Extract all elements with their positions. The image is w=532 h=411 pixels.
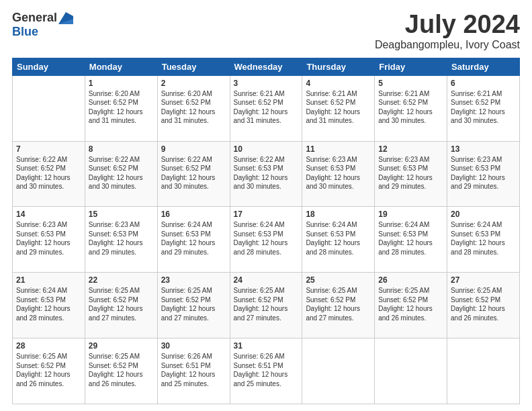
- calendar-cell: 31Sunrise: 6:26 AM Sunset: 6:51 PM Dayli…: [230, 338, 302, 404]
- day-number: 11: [306, 144, 371, 154]
- calendar-cell: 7Sunrise: 6:22 AM Sunset: 6:52 PM Daylig…: [13, 141, 85, 207]
- calendar-cell: 6Sunrise: 6:21 AM Sunset: 6:52 PM Daylig…: [447, 75, 520, 141]
- day-info: Sunrise: 6:25 AM Sunset: 6:52 PM Dayligh…: [89, 286, 154, 322]
- day-number: 29: [89, 341, 154, 351]
- day-number: 27: [451, 275, 516, 285]
- day-info: Sunrise: 6:25 AM Sunset: 6:52 PM Dayligh…: [89, 352, 154, 388]
- calendar-body: 1Sunrise: 6:20 AM Sunset: 6:52 PM Daylig…: [13, 75, 520, 404]
- calendar-cell: 15Sunrise: 6:23 AM Sunset: 6:53 PM Dayli…: [85, 207, 157, 273]
- day-number: 15: [89, 210, 154, 219]
- day-info: Sunrise: 6:24 AM Sunset: 6:53 PM Dayligh…: [306, 220, 371, 257]
- calendar-cell: 16Sunrise: 6:24 AM Sunset: 6:53 PM Dayli…: [157, 207, 230, 273]
- day-number: 13: [451, 144, 516, 154]
- day-info: Sunrise: 6:21 AM Sunset: 6:52 PM Dayligh…: [378, 89, 443, 126]
- logo: General Blue: [12, 11, 73, 39]
- logo-general: General: [12, 11, 57, 25]
- calendar-cell: 22Sunrise: 6:25 AM Sunset: 6:52 PM Dayli…: [85, 273, 157, 338]
- calendar-cell: 28Sunrise: 6:25 AM Sunset: 6:52 PM Dayli…: [13, 338, 85, 404]
- day-number: 14: [16, 210, 81, 219]
- calendar-cell: 8Sunrise: 6:22 AM Sunset: 6:52 PM Daylig…: [85, 141, 157, 207]
- calendar-cell: 21Sunrise: 6:24 AM Sunset: 6:53 PM Dayli…: [13, 273, 85, 338]
- day-number: 3: [234, 79, 299, 88]
- day-info: Sunrise: 6:24 AM Sunset: 6:53 PM Dayligh…: [161, 220, 226, 257]
- day-info: Sunrise: 6:26 AM Sunset: 6:51 PM Dayligh…: [234, 352, 299, 388]
- calendar-cell: 12Sunrise: 6:23 AM Sunset: 6:53 PM Dayli…: [375, 141, 447, 207]
- day-number: 8: [89, 144, 154, 154]
- day-number: 22: [89, 275, 154, 285]
- day-info: Sunrise: 6:22 AM Sunset: 6:52 PM Dayligh…: [16, 155, 81, 191]
- calendar-cell: [375, 338, 447, 404]
- calendar-cell: [13, 75, 85, 141]
- calendar-table: SundayMondayTuesdayWednesdayThursdayFrid…: [12, 58, 520, 404]
- calendar-cell: 5Sunrise: 6:21 AM Sunset: 6:52 PM Daylig…: [375, 75, 447, 141]
- day-info: Sunrise: 6:23 AM Sunset: 6:53 PM Dayligh…: [451, 155, 516, 191]
- main-title: July 2024: [375, 11, 520, 39]
- calendar-cell: 18Sunrise: 6:24 AM Sunset: 6:53 PM Dayli…: [302, 207, 375, 273]
- calendar-cell: 9Sunrise: 6:22 AM Sunset: 6:52 PM Daylig…: [157, 141, 230, 207]
- calendar-cell: 1Sunrise: 6:20 AM Sunset: 6:52 PM Daylig…: [85, 75, 157, 141]
- col-header-tuesday: Tuesday: [157, 58, 230, 75]
- calendar-cell: 2Sunrise: 6:20 AM Sunset: 6:52 PM Daylig…: [157, 75, 230, 141]
- day-number: 12: [378, 144, 443, 154]
- day-number: 20: [451, 210, 516, 219]
- day-number: 23: [161, 275, 226, 285]
- day-number: 4: [306, 79, 371, 88]
- calendar-cell: 25Sunrise: 6:25 AM Sunset: 6:52 PM Dayli…: [302, 273, 375, 338]
- calendar-cell: [302, 338, 375, 404]
- col-header-thursday: Thursday: [302, 58, 375, 75]
- day-info: Sunrise: 6:23 AM Sunset: 6:53 PM Dayligh…: [378, 155, 443, 191]
- day-number: 5: [378, 79, 443, 88]
- calendar-cell: 13Sunrise: 6:23 AM Sunset: 6:53 PM Dayli…: [447, 141, 520, 207]
- day-info: Sunrise: 6:24 AM Sunset: 6:53 PM Dayligh…: [378, 220, 443, 257]
- day-info: Sunrise: 6:25 AM Sunset: 6:52 PM Dayligh…: [161, 286, 226, 322]
- day-info: Sunrise: 6:25 AM Sunset: 6:52 PM Dayligh…: [234, 286, 299, 322]
- day-info: Sunrise: 6:23 AM Sunset: 6:53 PM Dayligh…: [306, 155, 371, 191]
- calendar-cell: 14Sunrise: 6:23 AM Sunset: 6:53 PM Dayli…: [13, 207, 85, 273]
- day-info: Sunrise: 6:24 AM Sunset: 6:53 PM Dayligh…: [451, 220, 516, 257]
- page: General Blue July 2024 Deagbangompleu, I…: [0, 0, 532, 411]
- day-info: Sunrise: 6:26 AM Sunset: 6:51 PM Dayligh…: [161, 352, 226, 388]
- day-number: 21: [16, 275, 81, 285]
- header: General Blue July 2024 Deagbangompleu, I…: [12, 11, 520, 51]
- calendar-week-row: 28Sunrise: 6:25 AM Sunset: 6:52 PM Dayli…: [13, 338, 520, 404]
- col-header-friday: Friday: [375, 58, 447, 75]
- calendar-cell: 11Sunrise: 6:23 AM Sunset: 6:53 PM Dayli…: [302, 141, 375, 207]
- col-header-monday: Monday: [85, 58, 157, 75]
- logo-icon: [58, 12, 73, 24]
- day-info: Sunrise: 6:25 AM Sunset: 6:52 PM Dayligh…: [451, 286, 516, 322]
- day-info: Sunrise: 6:22 AM Sunset: 6:52 PM Dayligh…: [161, 155, 226, 191]
- day-info: Sunrise: 6:21 AM Sunset: 6:52 PM Dayligh…: [451, 89, 516, 126]
- day-number: 25: [306, 275, 371, 285]
- day-info: Sunrise: 6:25 AM Sunset: 6:52 PM Dayligh…: [306, 286, 371, 322]
- calendar-cell: 27Sunrise: 6:25 AM Sunset: 6:52 PM Dayli…: [447, 273, 520, 338]
- day-info: Sunrise: 6:24 AM Sunset: 6:53 PM Dayligh…: [16, 286, 81, 322]
- calendar-week-row: 14Sunrise: 6:23 AM Sunset: 6:53 PM Dayli…: [13, 207, 520, 273]
- subtitle: Deagbangompleu, Ivory Coast: [375, 39, 520, 51]
- day-info: Sunrise: 6:21 AM Sunset: 6:52 PM Dayligh…: [234, 89, 299, 126]
- day-info: Sunrise: 6:20 AM Sunset: 6:52 PM Dayligh…: [161, 89, 226, 126]
- calendar-week-row: 1Sunrise: 6:20 AM Sunset: 6:52 PM Daylig…: [13, 75, 520, 141]
- day-info: Sunrise: 6:25 AM Sunset: 6:52 PM Dayligh…: [378, 286, 443, 322]
- calendar-cell: 26Sunrise: 6:25 AM Sunset: 6:52 PM Dayli…: [375, 273, 447, 338]
- day-info: Sunrise: 6:25 AM Sunset: 6:52 PM Dayligh…: [16, 352, 81, 388]
- col-header-wednesday: Wednesday: [230, 58, 302, 75]
- calendar-cell: 30Sunrise: 6:26 AM Sunset: 6:51 PM Dayli…: [157, 338, 230, 404]
- calendar-cell: 17Sunrise: 6:24 AM Sunset: 6:53 PM Dayli…: [230, 207, 302, 273]
- day-info: Sunrise: 6:23 AM Sunset: 6:53 PM Dayligh…: [16, 220, 81, 257]
- calendar-cell: 10Sunrise: 6:22 AM Sunset: 6:53 PM Dayli…: [230, 141, 302, 207]
- calendar-cell: 29Sunrise: 6:25 AM Sunset: 6:52 PM Dayli…: [85, 338, 157, 404]
- day-number: 17: [234, 210, 299, 219]
- day-number: 24: [234, 275, 299, 285]
- calendar-cell: 20Sunrise: 6:24 AM Sunset: 6:53 PM Dayli…: [447, 207, 520, 273]
- day-info: Sunrise: 6:22 AM Sunset: 6:52 PM Dayligh…: [89, 155, 154, 191]
- day-number: 30: [161, 341, 226, 351]
- day-number: 7: [16, 144, 81, 154]
- day-number: 6: [451, 79, 516, 88]
- day-number: 16: [161, 210, 226, 219]
- day-number: 28: [16, 341, 81, 351]
- day-info: Sunrise: 6:20 AM Sunset: 6:52 PM Dayligh…: [89, 89, 154, 126]
- calendar-week-row: 7Sunrise: 6:22 AM Sunset: 6:52 PM Daylig…: [13, 141, 520, 207]
- calendar-cell: 3Sunrise: 6:21 AM Sunset: 6:52 PM Daylig…: [230, 75, 302, 141]
- day-number: 2: [161, 79, 226, 88]
- calendar-week-row: 21Sunrise: 6:24 AM Sunset: 6:53 PM Dayli…: [13, 273, 520, 338]
